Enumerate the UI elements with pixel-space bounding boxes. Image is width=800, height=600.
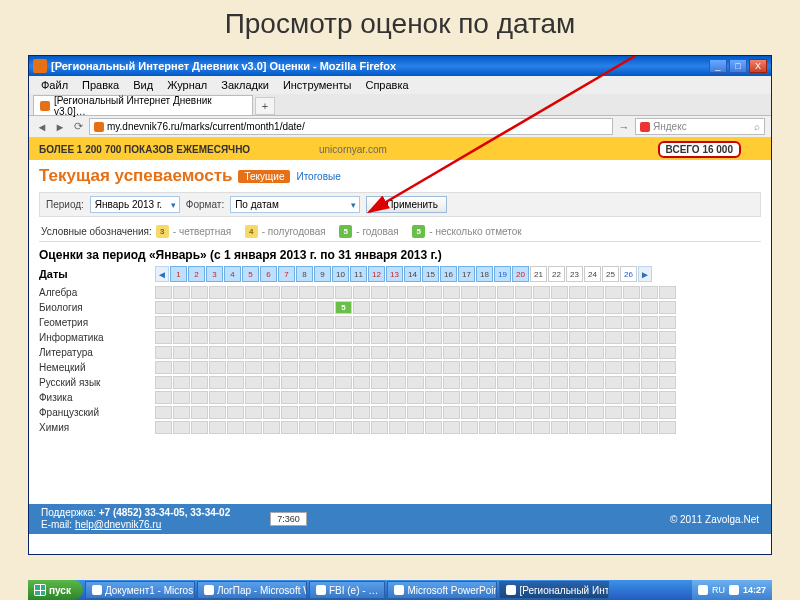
grade-cell[interactable] bbox=[659, 331, 676, 344]
grade-cell[interactable] bbox=[317, 376, 334, 389]
grade-cell[interactable] bbox=[281, 301, 298, 314]
grade-cell[interactable] bbox=[443, 301, 460, 314]
grade-cell[interactable] bbox=[551, 301, 568, 314]
grade-cell[interactable] bbox=[173, 301, 190, 314]
grade-cell[interactable] bbox=[209, 406, 226, 419]
grade-cell[interactable] bbox=[245, 421, 262, 434]
grade-cell[interactable] bbox=[587, 286, 604, 299]
taskbar-item[interactable]: Документ1 - Micros… bbox=[85, 581, 195, 599]
grade-cell[interactable] bbox=[245, 406, 262, 419]
grade-cell[interactable] bbox=[245, 316, 262, 329]
grade-cell[interactable] bbox=[407, 421, 424, 434]
grade-cell[interactable] bbox=[479, 376, 496, 389]
day-header-3[interactable]: 3 bbox=[206, 266, 223, 282]
grade-cell[interactable] bbox=[587, 406, 604, 419]
start-button[interactable]: пуск bbox=[28, 580, 83, 600]
grade-cell[interactable] bbox=[173, 331, 190, 344]
grade-cell[interactable] bbox=[191, 331, 208, 344]
day-header-25[interactable]: 25 bbox=[602, 266, 619, 282]
grade-cell[interactable] bbox=[155, 286, 172, 299]
grade-cell[interactable] bbox=[479, 421, 496, 434]
grade-cell[interactable] bbox=[641, 421, 658, 434]
grade-cell[interactable] bbox=[317, 316, 334, 329]
grade-cell[interactable] bbox=[335, 406, 352, 419]
grade-cell[interactable] bbox=[569, 361, 586, 374]
day-header-12[interactable]: 12 bbox=[368, 266, 385, 282]
taskbar-item[interactable]: ЛогПар - Microsoft W… bbox=[197, 581, 307, 599]
grade-cell[interactable] bbox=[461, 421, 478, 434]
day-header-6[interactable]: 6 bbox=[260, 266, 277, 282]
grade-cell[interactable] bbox=[605, 316, 622, 329]
grade-cell[interactable] bbox=[551, 316, 568, 329]
grade-cell[interactable] bbox=[245, 361, 262, 374]
grade-cell[interactable] bbox=[479, 346, 496, 359]
day-header-19[interactable]: 19 bbox=[494, 266, 511, 282]
taskbar-item[interactable]: Microsoft PowerPoint … bbox=[387, 581, 497, 599]
grade-cell[interactable] bbox=[281, 391, 298, 404]
grade-cell[interactable] bbox=[263, 406, 280, 419]
forward-button[interactable]: ► bbox=[53, 120, 67, 134]
grade-cell[interactable] bbox=[371, 421, 388, 434]
tab-add-button[interactable]: + bbox=[255, 97, 275, 115]
maximize-button[interactable]: □ bbox=[729, 59, 747, 73]
grade-cell[interactable] bbox=[659, 286, 676, 299]
grade-cell[interactable] bbox=[155, 346, 172, 359]
grade-cell[interactable] bbox=[623, 361, 640, 374]
grade-cell[interactable]: 5 bbox=[335, 301, 352, 314]
grade-cell[interactable] bbox=[407, 331, 424, 344]
menu-history[interactable]: Журнал bbox=[161, 77, 213, 93]
grade-cell[interactable] bbox=[425, 376, 442, 389]
grade-cell[interactable] bbox=[641, 316, 658, 329]
grade-cell[interactable] bbox=[317, 421, 334, 434]
grade-cell[interactable] bbox=[497, 301, 514, 314]
grade-cell[interactable] bbox=[353, 361, 370, 374]
grade-cell[interactable] bbox=[497, 331, 514, 344]
grade-cell[interactable] bbox=[497, 421, 514, 434]
grade-cell[interactable] bbox=[497, 361, 514, 374]
grade-cell[interactable] bbox=[191, 286, 208, 299]
grade-cell[interactable] bbox=[443, 331, 460, 344]
day-header-13[interactable]: 13 bbox=[386, 266, 403, 282]
grade-cell[interactable] bbox=[335, 286, 352, 299]
menu-tools[interactable]: Инструменты bbox=[277, 77, 358, 93]
grade-cell[interactable] bbox=[389, 301, 406, 314]
grade-cell[interactable] bbox=[209, 286, 226, 299]
grade-cell[interactable] bbox=[623, 346, 640, 359]
grade-cell[interactable] bbox=[461, 286, 478, 299]
day-header-5[interactable]: 5 bbox=[242, 266, 259, 282]
grade-cell[interactable] bbox=[353, 316, 370, 329]
grade-cell[interactable] bbox=[659, 346, 676, 359]
grade-cell[interactable] bbox=[479, 316, 496, 329]
grade-cell[interactable] bbox=[173, 316, 190, 329]
grade-cell[interactable] bbox=[551, 406, 568, 419]
grade-cell[interactable] bbox=[407, 286, 424, 299]
grade-cell[interactable] bbox=[461, 316, 478, 329]
grade-cell[interactable] bbox=[569, 346, 586, 359]
grade-cell[interactable] bbox=[263, 301, 280, 314]
day-header-14[interactable]: 14 bbox=[404, 266, 421, 282]
grade-cell[interactable] bbox=[173, 346, 190, 359]
day-header-18[interactable]: 18 bbox=[476, 266, 493, 282]
grade-cell[interactable] bbox=[281, 361, 298, 374]
grade-cell[interactable] bbox=[533, 301, 550, 314]
grade-cell[interactable] bbox=[281, 316, 298, 329]
grade-cell[interactable] bbox=[569, 331, 586, 344]
day-header-11[interactable]: 11 bbox=[350, 266, 367, 282]
grade-cell[interactable] bbox=[605, 376, 622, 389]
grade-cell[interactable] bbox=[389, 376, 406, 389]
grade-cell[interactable] bbox=[425, 361, 442, 374]
grade-cell[interactable] bbox=[209, 301, 226, 314]
grade-cell[interactable] bbox=[551, 331, 568, 344]
period-select[interactable]: Январь 2013 г. bbox=[90, 196, 180, 213]
grade-cell[interactable] bbox=[533, 361, 550, 374]
grade-cell[interactable] bbox=[479, 361, 496, 374]
grade-cell[interactable] bbox=[155, 301, 172, 314]
grade-cell[interactable] bbox=[263, 391, 280, 404]
grade-cell[interactable] bbox=[227, 361, 244, 374]
grade-cell[interactable] bbox=[425, 346, 442, 359]
grade-cell[interactable] bbox=[443, 406, 460, 419]
grade-cell[interactable] bbox=[317, 391, 334, 404]
grade-cell[interactable] bbox=[569, 376, 586, 389]
close-button[interactable]: X bbox=[749, 59, 767, 73]
menu-help[interactable]: Справка bbox=[359, 77, 414, 93]
